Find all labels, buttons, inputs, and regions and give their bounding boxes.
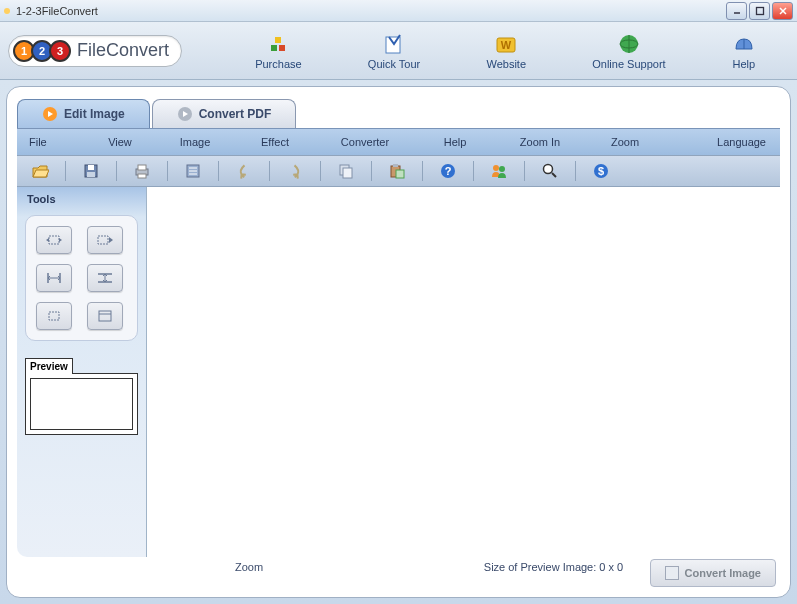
svg-line-36 <box>552 173 556 177</box>
redo-button[interactable] <box>278 159 312 183</box>
svg-point-33 <box>493 165 499 171</box>
nav-quicktour[interactable]: Quick Tour <box>356 28 432 74</box>
menu-zoomin[interactable]: Zoom In <box>495 133 585 151</box>
close-button[interactable] <box>772 2 793 20</box>
main-card: Edit Image Convert PDF File View Image E… <box>6 86 791 598</box>
maximize-button[interactable] <box>749 2 770 20</box>
tab-convert-pdf[interactable]: Convert PDF <box>152 99 297 128</box>
tool-window[interactable] <box>87 302 123 330</box>
svg-text:W: W <box>501 39 512 51</box>
purchase-button[interactable]: $ <box>584 159 618 183</box>
svg-rect-20 <box>138 165 146 170</box>
convert-image-label: Convert Image <box>685 567 761 579</box>
logo-text: FileConvert <box>77 40 169 61</box>
menu-zoom[interactable]: Zoom <box>585 133 665 151</box>
svg-rect-27 <box>343 168 352 178</box>
nav-website[interactable]: W Website <box>474 28 538 74</box>
svg-rect-39 <box>49 236 59 244</box>
help-button[interactable]: ? <box>431 159 465 183</box>
edit-image-icon <box>42 106 58 122</box>
convert-image-icon <box>665 566 679 580</box>
tool-crop-right[interactable] <box>87 226 123 254</box>
left-panel: Tools Preview <box>17 187 147 557</box>
svg-rect-29 <box>393 164 398 167</box>
menu-converter[interactable]: Converter <box>315 133 415 151</box>
tool-resize-h[interactable] <box>36 264 72 292</box>
website-icon: W <box>494 32 518 56</box>
tab-edit-image-label: Edit Image <box>64 107 125 121</box>
svg-rect-6 <box>275 37 281 43</box>
save-button[interactable] <box>74 159 108 183</box>
menu-view[interactable]: View <box>85 133 155 151</box>
svg-text:?: ? <box>445 165 452 177</box>
menu-language[interactable]: Language <box>665 133 772 151</box>
preview-outer <box>25 373 138 435</box>
nav-purchase[interactable]: Purchase <box>243 28 313 74</box>
svg-rect-21 <box>138 174 146 178</box>
nav-purchase-label: Purchase <box>255 58 301 70</box>
zoom-button[interactable] <box>533 159 567 183</box>
preview-label: Preview <box>25 358 73 374</box>
svg-point-35 <box>544 165 553 174</box>
open-button[interactable] <box>23 159 57 183</box>
window-title: 1-2-3FileConvert <box>16 5 726 17</box>
logo-oval-3: 3 <box>49 40 71 62</box>
svg-rect-18 <box>87 172 95 177</box>
svg-rect-30 <box>396 170 404 178</box>
preview-panel: Preview <box>25 357 138 435</box>
minimize-button[interactable] <box>726 2 747 20</box>
paste-button[interactable] <box>380 159 414 183</box>
menubar: File View Image Effect Converter Help Zo… <box>17 128 780 155</box>
menu-help[interactable]: Help <box>415 133 495 151</box>
copy-button[interactable] <box>329 159 363 183</box>
undo-button[interactable] <box>227 159 261 183</box>
image-canvas[interactable] <box>147 187 780 557</box>
titlebar: 1-2-3FileConvert <box>0 0 797 22</box>
tools-palette <box>25 215 138 341</box>
main-area: Edit Image Convert PDF File View Image E… <box>0 80 797 604</box>
svg-rect-40 <box>98 236 108 244</box>
preview-canvas <box>30 378 133 430</box>
app-indicator <box>4 8 10 14</box>
toolbar: ? $ <box>17 155 780 187</box>
svg-point-34 <box>499 166 505 172</box>
menu-effect[interactable]: Effect <box>235 133 315 151</box>
help-icon <box>732 32 756 56</box>
svg-text:$: $ <box>598 165 604 177</box>
top-strip: 1 2 3 FileConvert Purchase Quick Tour W … <box>0 22 797 80</box>
svg-rect-1 <box>756 7 763 14</box>
users-button[interactable] <box>482 159 516 183</box>
tool-select[interactable] <box>36 302 72 330</box>
tab-edit-image[interactable]: Edit Image <box>17 99 150 128</box>
print-button[interactable] <box>125 159 159 183</box>
svg-rect-4 <box>271 45 277 51</box>
svg-rect-47 <box>49 312 59 320</box>
convert-image-button: Convert Image <box>650 559 776 587</box>
menu-file[interactable]: File <box>25 133 85 151</box>
status-zoom: Zoom <box>159 561 339 573</box>
svg-rect-48 <box>99 311 111 321</box>
support-icon <box>617 32 641 56</box>
nav-help-label: Help <box>733 58 756 70</box>
workspace: Tools Preview <box>17 187 780 557</box>
tab-convert-pdf-label: Convert PDF <box>199 107 272 121</box>
quicktour-icon <box>382 32 406 56</box>
window-controls <box>726 2 793 20</box>
nav-quicktour-label: Quick Tour <box>368 58 420 70</box>
purchase-icon <box>266 32 290 56</box>
app-logo: 1 2 3 FileConvert <box>8 35 182 67</box>
top-nav: Purchase Quick Tour W Website Online Sup… <box>222 28 789 74</box>
tabs: Edit Image Convert PDF <box>17 99 780 128</box>
svg-rect-5 <box>279 45 285 51</box>
properties-button[interactable] <box>176 159 210 183</box>
tool-crop-width[interactable] <box>36 226 72 254</box>
nav-help[interactable]: Help <box>720 28 768 74</box>
tools-header: Tools <box>17 187 146 211</box>
svg-rect-17 <box>88 165 94 170</box>
tool-resize-v[interactable] <box>87 264 123 292</box>
nav-website-label: Website <box>486 58 526 70</box>
nav-support-label: Online Support <box>592 58 665 70</box>
menu-image[interactable]: Image <box>155 133 235 151</box>
convert-pdf-icon <box>177 106 193 122</box>
nav-support[interactable]: Online Support <box>580 28 677 74</box>
